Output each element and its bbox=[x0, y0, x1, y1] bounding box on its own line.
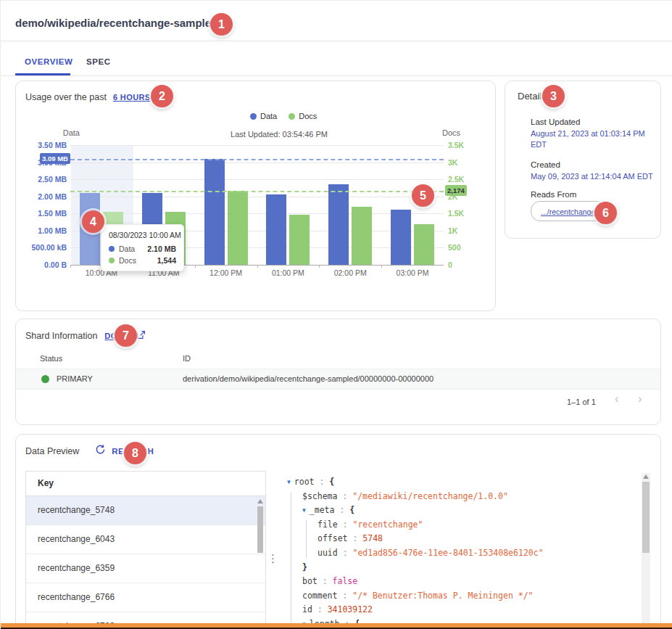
bar-data[interactable] bbox=[266, 194, 286, 265]
scroll-up-arrow-icon[interactable] bbox=[643, 474, 649, 479]
col-id-header: ID bbox=[183, 354, 191, 363]
data-series-dot-icon bbox=[109, 246, 115, 252]
scroll-up-arrow-icon[interactable] bbox=[257, 499, 263, 503]
page-root: demo/wikipedia/recentchange-sampled OVER… bbox=[0, 0, 672, 629]
tooltip-label: Docs bbox=[119, 256, 136, 265]
shard-id: derivation/demo/wikipedia/recentchange-s… bbox=[183, 374, 434, 383]
x-axis-label: 12:00 PM bbox=[194, 268, 259, 277]
right-axis-tick: 1K bbox=[448, 226, 457, 235]
right-axis-tick: 3.5K bbox=[448, 141, 464, 149]
refresh-icon[interactable] bbox=[95, 444, 106, 458]
docs-max-marker-line bbox=[70, 191, 444, 192]
bar-docs[interactable] bbox=[228, 191, 248, 265]
chevron-right-icon[interactable]: › bbox=[638, 392, 642, 406]
shard-table-row[interactable]: PRIMARY derivation/demo/wikipedia/recent… bbox=[16, 369, 660, 390]
shard-card: Shard Information DOCS Status ID PRIMARY… bbox=[15, 318, 661, 425]
annotation-badge-8: 8 bbox=[124, 442, 146, 464]
annotation-badge-6: 6 bbox=[594, 202, 617, 224]
col-status-header: Status bbox=[40, 354, 62, 363]
x-axis-tick bbox=[319, 265, 320, 268]
gridline bbox=[70, 145, 444, 146]
chart-legend: Data Docs bbox=[250, 112, 317, 120]
legend-item-data[interactable]: Data bbox=[250, 112, 277, 120]
created-value: May 09, 2023 at 12:14:04 AM EDT bbox=[531, 171, 653, 182]
scrollbar-thumb[interactable] bbox=[257, 506, 263, 553]
data-max-marker-line bbox=[70, 159, 444, 160]
page-title: demo/wikipedia/recentchange-sampled bbox=[15, 17, 217, 29]
details-card: Details Last Updated August 21, 2023 at … bbox=[505, 81, 661, 239]
left-axis-tick: 3.50 MB bbox=[19, 141, 67, 149]
pane-resize-handle[interactable]: ⋮ bbox=[267, 552, 278, 565]
last-updated-value: August 21, 2023 at 01:03:14 PM EDT bbox=[531, 128, 648, 150]
annotation-badge-3: 3 bbox=[542, 85, 565, 107]
json-indent-guide bbox=[291, 493, 291, 629]
header-divider bbox=[1, 41, 672, 41]
json-tree: ▼root : {$schema : "/mediawiki/recentcha… bbox=[283, 475, 632, 629]
json-line[interactable]: ▼_meta : { bbox=[283, 503, 632, 518]
scrollbar-thumb[interactable] bbox=[642, 482, 650, 553]
right-axis-title: Docs bbox=[442, 128, 460, 137]
right-axis-tick: 500 bbox=[448, 243, 461, 252]
json-line: uuid : "ed1ad856-476e-11ee-8401-153408e6… bbox=[283, 546, 632, 561]
json-line: offset : 5748 bbox=[283, 532, 632, 546]
annotation-badge-7: 7 bbox=[115, 324, 137, 347]
collapse-triangle-icon[interactable]: ▼ bbox=[287, 479, 291, 485]
bar-data[interactable] bbox=[391, 210, 411, 265]
tooltip-row-docs: Docs 1,544 bbox=[109, 256, 176, 265]
right-axis-tick: 0 bbox=[448, 260, 452, 269]
legend-label-docs: Docs bbox=[299, 112, 317, 120]
collapse-triangle-icon[interactable]: ▼ bbox=[302, 507, 306, 514]
key-list-item[interactable]: recentchange_6359 bbox=[26, 554, 265, 583]
left-axis-title: Data bbox=[58, 128, 80, 137]
left-axis-tick: 1.00 MB bbox=[19, 226, 67, 235]
shard-heading: Shard Information bbox=[25, 331, 97, 341]
usage-title: Usage over the past bbox=[25, 92, 107, 102]
key-list-item[interactable]: recentchange_6766 bbox=[26, 583, 265, 612]
status-dot-icon bbox=[41, 375, 49, 383]
key-list-scrollbar[interactable] bbox=[256, 498, 264, 629]
docs-series-dot-icon bbox=[289, 113, 295, 120]
bar-data[interactable] bbox=[204, 159, 225, 265]
key-list: Key recentchange_5748recentchange_6043re… bbox=[25, 471, 266, 629]
tooltip-value: 1,544 bbox=[157, 256, 176, 265]
docs-series-dot-icon bbox=[109, 258, 115, 263]
gridline bbox=[70, 197, 444, 197]
docs-max-marker-label: 2,174 bbox=[445, 185, 467, 196]
bar-docs[interactable] bbox=[352, 207, 372, 265]
right-axis-tick: 2.5K bbox=[448, 175, 464, 184]
external-link-icon[interactable] bbox=[136, 329, 146, 342]
tab-spec[interactable]: SPEC bbox=[86, 57, 111, 66]
tab-overview[interactable]: OVERVIEW bbox=[25, 57, 73, 66]
json-line[interactable]: ▼root : { bbox=[283, 475, 632, 490]
preview-heading: Data Preview bbox=[25, 446, 79, 456]
json-scrollbar[interactable] bbox=[642, 473, 650, 625]
json-line: bot : false bbox=[283, 575, 632, 589]
x-axis-label: 03:00 PM bbox=[380, 268, 445, 277]
tooltip-label: Data bbox=[119, 244, 135, 253]
tooltip-title: 08/30/2023 10:00 AM bbox=[109, 231, 176, 239]
json-line: id : 341039122 bbox=[283, 603, 632, 617]
annotation-badge-4: 4 bbox=[82, 210, 104, 233]
chart-last-updated: Last Updated: 03:54:46 PM bbox=[192, 130, 366, 139]
pagination-label: 1–1 of 1 bbox=[567, 398, 596, 406]
bar-docs[interactable] bbox=[289, 215, 310, 265]
json-line: file : "recentchange" bbox=[283, 518, 632, 533]
legend-item-docs[interactable]: Docs bbox=[289, 112, 317, 120]
gridline bbox=[70, 213, 444, 214]
tooltip-row-data: Data 2.10 MB bbox=[109, 244, 176, 253]
json-line: $schema : "/mediawiki/recentchange/1.0.0… bbox=[283, 490, 632, 504]
chevron-left-icon[interactable]: ‹ bbox=[615, 392, 619, 406]
key-list-item[interactable]: recentchange_6043 bbox=[26, 525, 265, 554]
right-axis-tick: 1.5K bbox=[448, 209, 464, 218]
bar-docs[interactable] bbox=[414, 224, 434, 265]
chart-tooltip: 08/30/2023 10:00 AM Data 2.10 MB Docs 1,… bbox=[101, 224, 184, 271]
bar-data[interactable] bbox=[328, 184, 349, 265]
gridline bbox=[70, 179, 444, 180]
right-axis-tick: 3K bbox=[448, 158, 457, 167]
shard-status: PRIMARY bbox=[57, 374, 93, 383]
usage-range-link[interactable]: 6 HOURS bbox=[113, 93, 151, 102]
reads-from-link[interactable]: .../recentchange bbox=[541, 207, 595, 216]
last-updated-label: Last Updated bbox=[531, 118, 580, 126]
key-list-item[interactable]: recentchange_5748 bbox=[26, 496, 265, 525]
data-max-marker-label: 3.09 MB bbox=[40, 153, 70, 164]
